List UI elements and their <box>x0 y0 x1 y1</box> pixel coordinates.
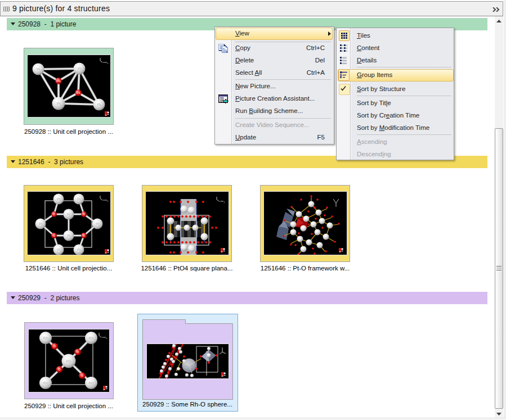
svg-text:Rh: Rh <box>43 336 48 340</box>
svg-text:Rh: Rh <box>66 359 71 363</box>
svg-text:O: O <box>53 213 56 216</box>
svg-text:Pt: Pt <box>67 213 70 216</box>
svg-text:O: O <box>77 350 79 354</box>
svg-text:O: O <box>53 345 56 348</box>
svg-text:Pt: Pt <box>77 248 80 252</box>
svg-text:Pt: Pt <box>57 197 60 201</box>
svg-text:O: O <box>58 368 61 371</box>
svg-text:Pt: Pt <box>37 67 41 71</box>
svg-text:O: O <box>83 213 86 216</box>
svg-text:Rh: Rh <box>89 336 94 340</box>
svg-text:Pt: Pt <box>77 197 80 201</box>
svg-text:O: O <box>81 374 84 377</box>
svg-text:Pt: Pt <box>96 222 99 226</box>
svg-text:Pt: Pt <box>57 102 61 106</box>
svg-text:Pt: Pt <box>97 103 101 107</box>
svg-text:Rh: Rh <box>89 381 94 385</box>
svg-text:O: O <box>83 234 86 237</box>
svg-text:O1: O1 <box>56 79 61 83</box>
svg-text:O: O <box>53 234 56 237</box>
svg-text:Pt: Pt <box>78 67 82 71</box>
svg-text:Rh: Rh <box>43 381 48 385</box>
svg-text:Pt: Pt <box>57 248 60 252</box>
svg-text:O1: O1 <box>76 91 81 94</box>
svg-text:Pt: Pt <box>39 222 42 226</box>
svg-text:Pt: Pt <box>67 234 70 238</box>
